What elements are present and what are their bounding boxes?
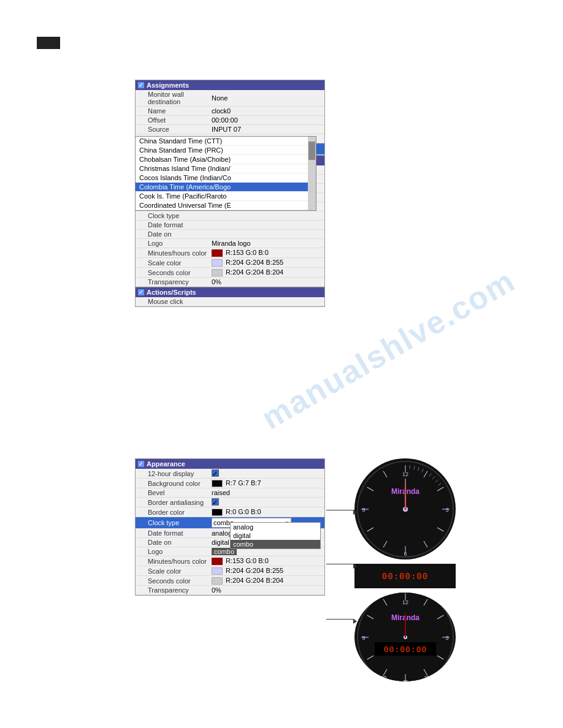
prop-label: Minutes/hours color bbox=[136, 556, 209, 566]
table-row: Transparency 0% bbox=[136, 278, 324, 287]
arrow-head-digital bbox=[353, 564, 357, 569]
prop-value: Miranda logo bbox=[209, 239, 324, 248]
clock-type-dropdown[interactable]: analog digital combo bbox=[230, 522, 321, 549]
dropdown-item[interactable]: Chobalsan Time (Asia/Choibe) bbox=[136, 155, 316, 164]
dropdown-item[interactable]: Cook Is. Time (Pacific/Raroto bbox=[136, 192, 316, 201]
scrollbar[interactable] bbox=[308, 137, 316, 210]
dropdown-item[interactable]: Christmas Island Time (Indian/ bbox=[136, 164, 316, 173]
prop-label: Clock type bbox=[136, 211, 209, 221]
prop-value: INPUT 07 bbox=[209, 125, 324, 134]
arrow-line-analog bbox=[326, 510, 354, 510]
prop-value: None bbox=[209, 90, 324, 107]
table-row: Logo Miranda logo bbox=[136, 239, 324, 248]
table-row: Scale color R:204 G:204 B:255 bbox=[136, 566, 324, 576]
prop-label: Date format bbox=[136, 221, 209, 230]
color-swatch bbox=[212, 269, 223, 276]
color-value: R:204 G:204 B:204 bbox=[226, 577, 283, 584]
color-swatch bbox=[212, 558, 223, 565]
prop-label: Mouse click bbox=[136, 297, 209, 306]
color-swatch bbox=[212, 249, 223, 257]
prop-value bbox=[209, 211, 324, 221]
prop-value: 0% bbox=[209, 586, 324, 595]
bottom-appearance-check-icon: ✓ bbox=[138, 461, 144, 467]
dropdown-item-digital[interactable]: digital bbox=[231, 531, 320, 540]
dropdown-item[interactable]: China Standard Time (CTT) bbox=[136, 137, 316, 146]
bottom-appearance-header: ✓ Appearance bbox=[136, 459, 324, 469]
table-row: Monitor wall destination None bbox=[136, 90, 324, 107]
prop-label: Transparency bbox=[136, 278, 209, 287]
svg-text:35: 35 bbox=[424, 675, 429, 680]
prop-value: R:204 G:204 B:255 bbox=[209, 258, 324, 268]
assignments-section-header: ✓ Assignments bbox=[136, 80, 324, 90]
prop-label: Border color bbox=[136, 507, 209, 517]
table-row: Date on bbox=[136, 230, 324, 239]
prop-value: 00:00:00 bbox=[209, 116, 324, 125]
prop-label: Date on bbox=[136, 538, 209, 547]
prop-label: Scale color bbox=[136, 258, 209, 268]
prop-value: raised bbox=[209, 488, 324, 498]
table-row: Minutes/hours color R:153 G:0 B:0 bbox=[136, 556, 324, 566]
checkbox-12hour[interactable]: ✓ bbox=[212, 469, 219, 477]
actions-header-label: Actions/Scripts bbox=[147, 289, 196, 296]
checkbox-antialiasing[interactable]: ✓ bbox=[212, 498, 219, 506]
color-value: R:204 G:204 B:255 bbox=[226, 567, 283, 574]
dropdown-item-combo[interactable]: combo bbox=[231, 540, 320, 548]
color-value: R:153 G:0 B:0 bbox=[226, 557, 269, 564]
prop-value: R:7 G:7 B:7 bbox=[209, 479, 324, 488]
prop-value bbox=[209, 230, 324, 239]
svg-text:12: 12 bbox=[402, 471, 408, 477]
svg-text:9: 9 bbox=[362, 635, 365, 641]
color-value: R:204 G:204 B:255 bbox=[226, 259, 283, 266]
table-row: Background color R:7 G:7 B:7 bbox=[136, 479, 324, 488]
actions-section-header: ✓ Actions/Scripts bbox=[136, 287, 324, 297]
prop-label: Background color bbox=[136, 479, 209, 488]
dropdown-item[interactable]: China Standard Time (PRC) bbox=[136, 146, 316, 155]
actions-table: Mouse click bbox=[136, 297, 324, 306]
combo-clock-display: Miranda 00:00:00 12 3 6 9 25 35 30 bbox=[354, 593, 456, 681]
prop-value: R:204 G:204 B:255 bbox=[209, 566, 324, 576]
timezone-dropdown[interactable]: China Standard Time (CTT) China Standard… bbox=[135, 136, 316, 211]
dropdown-item[interactable]: Coordinated Universal Time (E bbox=[136, 201, 316, 210]
prop-label: Border antialiasing bbox=[136, 498, 209, 507]
prop-label: Minutes/hours color bbox=[136, 248, 209, 258]
analog-clock-display: Miranda 12 3 6 9 bbox=[354, 458, 456, 559]
color-value: R:7 G:7 B:7 bbox=[226, 479, 261, 487]
prop-value bbox=[209, 221, 324, 230]
table-row: Transparency 0% bbox=[136, 586, 324, 595]
dropdown-item-analog[interactable]: analog bbox=[231, 523, 320, 531]
scroll-thumb[interactable] bbox=[308, 142, 315, 160]
arrow-line-digital bbox=[326, 564, 354, 564]
prop-value: R:153 G:0 B:0 bbox=[209, 556, 324, 566]
dropdown-item-selected[interactable]: Colombia Time (America/Bogo bbox=[136, 183, 316, 192]
prop-label: Scale color bbox=[136, 566, 209, 576]
prop-value: R:0 G:0 B:0 bbox=[209, 507, 324, 517]
svg-text:6: 6 bbox=[404, 551, 407, 557]
svg-text:00:00:00: 00:00:00 bbox=[383, 645, 427, 654]
prop-value: ✓ bbox=[209, 498, 324, 507]
indicator-square bbox=[37, 37, 60, 49]
color-swatch bbox=[212, 567, 223, 575]
prop-label: Date format bbox=[136, 529, 209, 538]
color-value: R:0 G:0 B:0 bbox=[226, 508, 261, 515]
prop-label: Monitor wall destination bbox=[136, 90, 209, 107]
prop-value: R:204 G:204 B:204 bbox=[209, 268, 324, 278]
prop-label: Date on bbox=[136, 230, 209, 239]
combo-clock-face: Miranda 00:00:00 12 3 6 9 25 35 30 bbox=[356, 593, 454, 681]
dropdown-item[interactable]: Cocos Islands Time (Indian/Co bbox=[136, 173, 316, 183]
color-swatch bbox=[212, 480, 223, 487]
assignments-check-icon: ✓ bbox=[138, 82, 144, 88]
assignments-header-label: Assignments bbox=[147, 82, 189, 89]
prop-label: Seconds color bbox=[136, 576, 209, 586]
table-row: Clock type bbox=[136, 211, 324, 221]
svg-text:25: 25 bbox=[381, 675, 386, 680]
prop-value bbox=[209, 297, 324, 306]
svg-text:9: 9 bbox=[362, 507, 365, 513]
prop-label: Name bbox=[136, 107, 209, 116]
prop-label: Transparency bbox=[136, 586, 209, 595]
table-row: Seconds color R:204 G:204 B:204 bbox=[136, 576, 324, 586]
arrow-head-analog bbox=[353, 510, 357, 515]
arrow-line-combo bbox=[326, 619, 354, 620]
svg-text:3: 3 bbox=[445, 635, 448, 641]
prop-label: Clock type bbox=[136, 517, 209, 529]
table-row: Border color R:0 G:0 B:0 bbox=[136, 507, 324, 517]
